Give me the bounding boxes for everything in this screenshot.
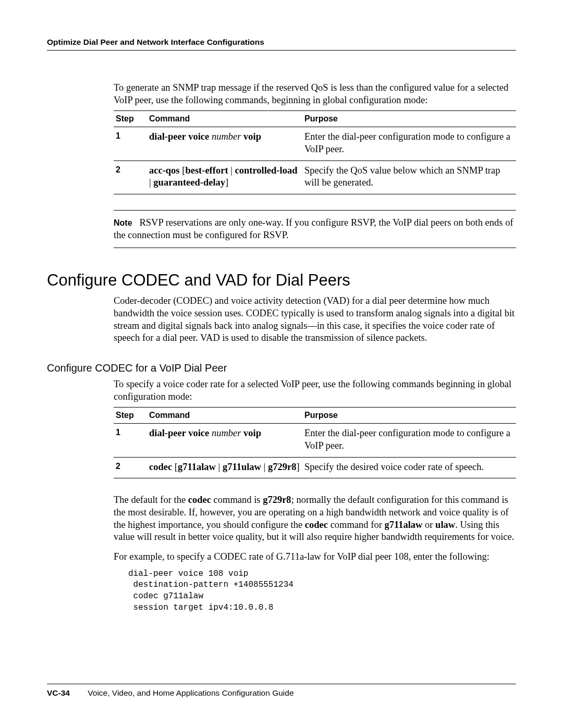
text: command for [328, 520, 384, 530]
section-snmp-trap: To generate an SNMP trap message if the … [114, 82, 516, 248]
cmd-arg: number [212, 131, 241, 142]
page-footer: VC-34 Voice, Video, and Home Application… [47, 684, 516, 698]
cmd-keyword: dial-peer voice [149, 131, 209, 142]
table-row: 1 dial-peer voice number voip Enter the … [114, 424, 516, 457]
footer-title: Voice, Video, and Home Applications Conf… [88, 688, 293, 697]
note-block: Note RSVP reservations are only one-way.… [114, 210, 516, 248]
command-cell: acc-qos [best-effort | controlled-load |… [147, 161, 302, 194]
heading-codec-vad: Configure CODEC and VAD for Dial Peers [47, 271, 516, 290]
cmd-option: guaranteed-delay [153, 177, 225, 188]
inline-bold: g729r8 [263, 495, 291, 505]
cmd-keyword: acc-qos [149, 165, 180, 176]
col-step: Step [114, 111, 147, 127]
cmd-keyword: dial-peer voice [149, 428, 209, 438]
example-paragraph: For example, to specify a CODEC rate of … [114, 551, 516, 563]
cmd-delim: [ [172, 462, 178, 472]
note-label: Note [114, 218, 132, 227]
cmd-arg: number [212, 428, 241, 438]
cmd-option: g729r8 [268, 462, 296, 472]
default-codec-paragraph: The default for the codec command is g72… [114, 494, 516, 544]
cmd-delim: ] [225, 177, 228, 188]
command-cell: codec [g711alaw | g711ulaw | g729r8] [147, 457, 302, 478]
col-purpose: Purpose [302, 111, 516, 127]
step-number: 1 [114, 424, 147, 457]
h1-paragraph: Coder-decoder (CODEC) and voice activity… [114, 295, 516, 344]
cmd-keyword: voip [243, 428, 261, 438]
text: or [422, 520, 435, 530]
cmd-option: controlled-load [235, 165, 298, 176]
cmd-delim: | [228, 165, 235, 176]
cmd-option: best-effort [185, 165, 228, 176]
table-row: 2 acc-qos [best-effort | controlled-load… [114, 161, 516, 194]
intro-paragraph: To generate an SNMP trap message if the … [114, 82, 516, 106]
cmd-option: g711alaw [178, 462, 216, 472]
command-cell: dial-peer voice number voip [147, 127, 302, 161]
table-row: 1 dial-peer voice number voip Enter the … [114, 127, 516, 161]
cmd-option: g711ulaw [223, 462, 261, 472]
col-command: Command [147, 408, 302, 424]
text: command is [211, 495, 263, 505]
cmd-delim: [ [180, 165, 186, 176]
cmd-delim: ] [296, 462, 299, 472]
col-command: Command [147, 111, 302, 127]
cmd-keyword: codec [149, 462, 172, 472]
table-codec-commands: Step Command Purpose 1 dial-peer voice n… [114, 407, 516, 478]
table-snmp-commands: Step Command Purpose 1 dial-peer voice n… [114, 110, 516, 194]
purpose-cell: Specify the QoS value below which an SNM… [302, 161, 516, 194]
cmd-delim: | [216, 462, 223, 472]
inline-bold: codec [305, 520, 328, 530]
h2-paragraph: To specify a voice coder rate for a sele… [114, 378, 516, 403]
purpose-cell: Specify the desired voice coder rate of … [302, 457, 516, 478]
code-example: dial-peer voice 108 voip destination-pat… [128, 569, 516, 613]
running-head: Optimize Dial Peer and Network Interface… [47, 38, 516, 51]
table-header-row: Step Command Purpose [114, 111, 516, 127]
inline-bold: ulaw [435, 520, 455, 530]
purpose-cell: Enter the dial-peer configuration mode t… [302, 424, 516, 457]
note-body: RSVP reservations are only one-way. If y… [114, 217, 513, 240]
text: The default for the [114, 495, 188, 505]
inline-bold: g711alaw [384, 520, 422, 530]
command-cell: dial-peer voice number voip [147, 424, 302, 457]
inline-bold: codec [188, 495, 211, 505]
section-codec-voip: To specify a voice coder rate for a sele… [114, 378, 516, 613]
cmd-delim: | [261, 462, 268, 472]
section-codec-vad-intro: Coder-decoder (CODEC) and voice activity… [114, 295, 516, 344]
cmd-keyword: voip [243, 131, 261, 142]
table-header-row: Step Command Purpose [114, 408, 516, 424]
step-number: 2 [114, 161, 147, 194]
page-number: VC-34 [47, 688, 85, 698]
step-number: 2 [114, 457, 147, 478]
heading-codec-voip: Configure CODEC for a VoIP Dial Peer [47, 362, 516, 374]
page: Optimize Dial Peer and Network Interface… [0, 0, 563, 728]
note-text: Note RSVP reservations are only one-way.… [114, 217, 516, 241]
table-row: 2 codec [g711alaw | g711ulaw | g729r8] S… [114, 457, 516, 478]
purpose-cell: Enter the dial-peer configuration mode t… [302, 127, 516, 161]
step-number: 1 [114, 127, 147, 161]
col-step: Step [114, 408, 147, 424]
col-purpose: Purpose [302, 408, 516, 424]
